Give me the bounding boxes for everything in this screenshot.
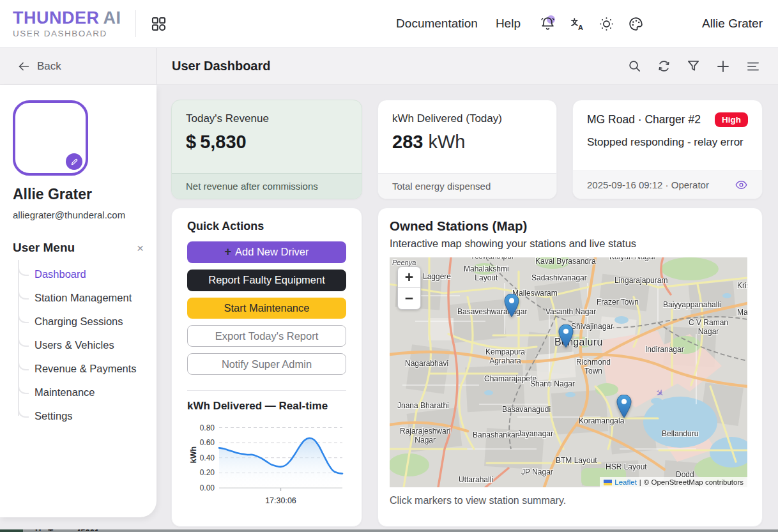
user-avatar-large xyxy=(13,100,88,176)
sidebar-item-revenue-payments[interactable]: Revenue & Payments xyxy=(34,357,144,381)
stations-map-card: Owned Stations (Map) Interactive map sho… xyxy=(378,208,763,527)
leaflet-map[interactable]: ✈ PeenyaYeswanthpurKaval ByrasandraKalya… xyxy=(390,257,747,487)
sidebar-item-station-management[interactable]: Station Management xyxy=(34,286,144,310)
sidebar-user-name: Allie Grater xyxy=(13,186,144,203)
nav-help[interactable]: Help xyxy=(496,17,521,31)
revenue-footer: Net revenue after commissions xyxy=(172,173,362,199)
svg-text:0.60: 0.60 xyxy=(200,438,215,447)
bottom-strip xyxy=(0,529,778,532)
edit-avatar-button[interactable] xyxy=(65,152,84,171)
divider xyxy=(187,390,346,391)
sidebar-item-users-vehicles[interactable]: Users & Vehicles xyxy=(34,333,144,357)
page-title: User Dashboard xyxy=(172,59,271,73)
map-hint: Click markers to view station summary. xyxy=(390,495,751,506)
sidebar-item-charging-sessions[interactable]: Charging Sessions xyxy=(34,310,144,333)
add-new-driver-button[interactable]: + Add New Driver xyxy=(187,241,346,263)
header-user-name: Allie Grater xyxy=(702,17,763,31)
alert-timestamp: 2025-09-16 09:12 · Operator xyxy=(587,179,709,190)
svg-text:0.40: 0.40 xyxy=(200,453,215,462)
main-content: Today's Revenue $5,830 Net revenue after… xyxy=(156,85,778,532)
svg-text:17:30:06: 17:30:06 xyxy=(265,496,296,505)
sidebar-item-settings[interactable]: Settings xyxy=(34,404,144,428)
realtime-chart-title: kWh Delivered — Real-time xyxy=(187,400,346,413)
leaflet-link[interactable]: Leaflet xyxy=(614,478,637,486)
energy-title: kWh Delivered (Today) xyxy=(392,112,542,125)
close-icon[interactable]: × xyxy=(137,242,144,254)
translate-icon[interactable]: A xyxy=(569,16,585,32)
pencil-icon xyxy=(70,158,79,166)
notifications-bell-icon[interactable] xyxy=(540,16,556,32)
top-header: THUNDERAI USER DASHBOARD Documentation H… xyxy=(0,0,778,48)
station-marker[interactable] xyxy=(558,324,574,350)
energy-value: 283 kWh xyxy=(392,132,542,153)
sidebar-user-email: alliegrater@thunderal.com xyxy=(13,209,144,220)
alert-card: MG Road · Charger #2 High Stopped respon… xyxy=(572,100,763,199)
back-arrow-icon xyxy=(17,59,31,73)
back-button[interactable]: Back xyxy=(0,59,156,73)
back-label: Back xyxy=(37,60,61,73)
severity-badge: High xyxy=(715,112,748,127)
svg-text:0.80: 0.80 xyxy=(200,423,215,432)
alert-title: MG Road · Charger #2 xyxy=(587,113,701,126)
eye-icon[interactable] xyxy=(735,178,748,192)
map-attribution: Leaflet | © OpenStreetMap contributors xyxy=(600,477,747,487)
alert-message: Stopped responding - relay error xyxy=(573,127,762,149)
palette-icon[interactable] xyxy=(628,16,644,32)
theme-sun-icon[interactable] xyxy=(599,16,614,32)
revenue-card: Today's Revenue $5,830 Net revenue after… xyxy=(171,100,362,199)
svg-text:0.00: 0.00 xyxy=(200,483,215,492)
station-marker[interactable] xyxy=(616,395,632,420)
refresh-icon[interactable] xyxy=(657,59,671,73)
realtime-line-chart: 0.000.200.400.600.80kWh17:30:06 xyxy=(187,415,346,515)
energy-footer: Total energy dispensed xyxy=(378,173,556,199)
zoom-out-button[interactable]: − xyxy=(398,288,420,309)
currency-symbol: $ xyxy=(186,132,196,152)
export-report-button[interactable]: Export Today's Report xyxy=(187,325,346,347)
sidebar: Allie Grater alliegrater@thunderal.com U… xyxy=(0,85,156,532)
header-divider xyxy=(135,10,136,37)
app-logo: THUNDERAI USER DASHBOARD xyxy=(13,9,121,38)
quick-actions-card: Quick Actions + Add New Driver Report Fa… xyxy=(171,208,362,527)
sidebar-item-maintenance[interactable]: Maintenance xyxy=(34,381,144,404)
logo-title: THUNDERAI xyxy=(13,9,121,27)
apps-grid-icon[interactable] xyxy=(150,15,167,33)
notify-super-admin-button[interactable]: Notify Super Admin xyxy=(187,353,346,375)
energy-unit: kWh xyxy=(423,132,465,152)
logo-brand: THUNDER xyxy=(13,8,100,27)
logo-brand-accent: AI xyxy=(103,8,121,27)
page-toolbar: Back User Dashboard xyxy=(0,48,778,85)
energy-card: kWh Delivered (Today) 283 kWh Total ener… xyxy=(378,100,557,199)
map-title: Owned Stations (Map) xyxy=(390,218,751,234)
quick-actions-title: Quick Actions xyxy=(187,220,346,233)
user-menu-title: User Menu xyxy=(13,241,75,255)
sidebar-menu: Dashboard Station Management Charging Se… xyxy=(18,262,144,428)
svg-text:0.20: 0.20 xyxy=(200,468,215,477)
map-subtitle: Interactive map showing your stations an… xyxy=(390,238,751,250)
header-nav: Documentation Help xyxy=(396,17,521,31)
search-icon[interactable] xyxy=(627,59,642,73)
report-faulty-equipment-button[interactable]: Report Faulty Equipment xyxy=(187,270,346,291)
svg-text:A: A xyxy=(578,23,583,31)
user-menu-trigger[interactable]: Allie Grater xyxy=(702,17,763,31)
ukraine-flag-icon xyxy=(604,480,612,485)
logo-subtitle: USER DASHBOARD xyxy=(13,29,121,38)
zoom-in-button[interactable]: + xyxy=(398,267,420,288)
list-menu-icon[interactable] xyxy=(745,59,761,74)
svg-text:kWh: kWh xyxy=(189,446,198,463)
plus-icon: + xyxy=(224,245,231,259)
clipped-footer-text: Ha Tower, 45001 xyxy=(35,528,99,531)
sidebar-item-dashboard[interactable]: Dashboard xyxy=(34,262,144,286)
start-maintenance-button[interactable]: Start Maintenance xyxy=(187,298,346,319)
user-avatar-small[interactable] xyxy=(661,12,684,35)
station-marker[interactable] xyxy=(504,294,519,319)
nav-documentation[interactable]: Documentation xyxy=(396,17,478,31)
add-icon[interactable] xyxy=(715,59,731,74)
map-zoom-control: + − xyxy=(397,266,421,310)
revenue-title: Today's Revenue xyxy=(186,112,347,125)
revenue-value: $5,830 xyxy=(186,132,347,153)
filter-icon[interactable] xyxy=(686,59,701,73)
osm-attribution[interactable]: © OpenStreetMap contributors xyxy=(644,478,744,486)
